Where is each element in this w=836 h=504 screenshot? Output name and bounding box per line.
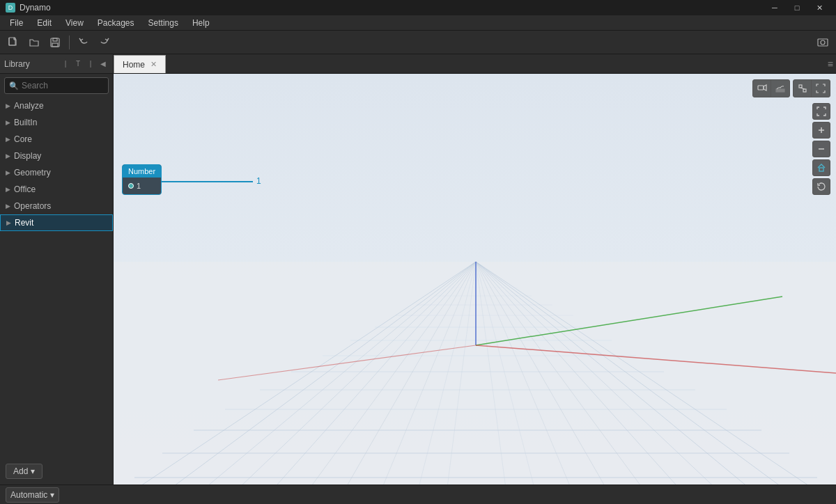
viewport[interactable]: Number 1 1 xyxy=(114,74,836,485)
sidebar-item-label: Operators xyxy=(14,201,51,211)
tab-home[interactable]: Home ✕ xyxy=(114,55,166,73)
new-button[interactable] xyxy=(4,33,22,52)
menubar: File Edit View Packages Settings Help xyxy=(0,15,836,31)
app-title: Dynamo xyxy=(20,3,51,13)
add-label: Add xyxy=(13,466,28,476)
arrow-icon: ▶ xyxy=(6,169,10,176)
arrow-icon: ▶ xyxy=(6,186,10,193)
tab-label: Home xyxy=(123,60,145,70)
camera-3d-button[interactable] xyxy=(753,80,771,97)
svg-rect-62 xyxy=(819,168,823,171)
zoom-out-button[interactable] xyxy=(812,141,830,157)
lib-ctrl-2[interactable]: T xyxy=(72,58,84,70)
sidebar-item-builtin[interactable]: ▶ BuiltIn xyxy=(0,114,113,131)
node-output-port: 1 xyxy=(128,180,155,191)
menu-packages[interactable]: Packages xyxy=(91,15,141,31)
open-button[interactable] xyxy=(25,33,43,52)
close-button[interactable]: ✕ xyxy=(808,0,830,15)
sidebar-item-office[interactable]: ▶ Office xyxy=(0,181,113,198)
grid-floor xyxy=(114,262,836,485)
zoom-in-button[interactable] xyxy=(812,122,830,139)
run-mode-select[interactable]: Automatic ▾ xyxy=(6,487,59,503)
sidebar-item-analyze[interactable]: ▶ Analyze xyxy=(0,97,113,114)
tab-close-icon[interactable]: ✕ xyxy=(150,60,157,69)
svg-rect-57 xyxy=(803,89,806,92)
fit-button[interactable] xyxy=(812,80,830,97)
svg-rect-0 xyxy=(9,38,15,45)
library-header: Library | T | ◀ xyxy=(0,54,113,74)
save-button[interactable] xyxy=(46,33,64,52)
statusbar: Automatic ▾ xyxy=(0,485,836,504)
svg-rect-53 xyxy=(758,86,764,90)
svg-rect-55 xyxy=(776,89,784,92)
menu-help[interactable]: Help xyxy=(185,15,217,31)
titlebar-controls[interactable]: ─ □ ✕ xyxy=(764,0,830,15)
redo-button[interactable] xyxy=(95,33,114,52)
titlebar: D Dynamo ─ □ ✕ xyxy=(0,0,836,15)
arrow-icon: ▶ xyxy=(6,136,10,143)
library-controls: | T | ◀ xyxy=(60,58,109,70)
sidebar-item-label: Office xyxy=(14,184,36,194)
view-mode-group xyxy=(752,79,790,97)
output-port-dot xyxy=(128,183,134,189)
lib-ctrl-1[interactable]: | xyxy=(60,58,71,70)
add-button-area: Add ▾ xyxy=(0,458,113,485)
sidebar-item-operators[interactable]: ▶ Operators xyxy=(0,198,113,214)
frame-button[interactable] xyxy=(794,80,812,97)
sidebar-item-revit[interactable]: ▶ Revit xyxy=(0,214,113,231)
background-button[interactable] xyxy=(771,80,789,97)
grid-canvas xyxy=(114,74,836,485)
svg-rect-56 xyxy=(799,85,802,88)
tab-menu-icon[interactable]: ≡ xyxy=(828,58,833,70)
menu-settings[interactable]: Settings xyxy=(141,15,185,31)
viewport-top-controls xyxy=(752,79,830,97)
sidebar-item-core[interactable]: ▶ Core xyxy=(0,131,113,148)
arrow-icon: ▶ xyxy=(6,219,11,226)
node-value: 1 xyxy=(137,182,141,190)
sidebar-item-label: Core xyxy=(14,134,32,144)
library-title: Library xyxy=(4,59,30,69)
minimize-button[interactable]: ─ xyxy=(764,0,786,15)
svg-marker-54 xyxy=(764,85,766,90)
home-view-button[interactable] xyxy=(812,159,830,176)
maximize-button[interactable]: □ xyxy=(786,0,808,15)
lib-ctrl-3[interactable]: | xyxy=(85,58,96,70)
sidebar-item-label: Revit xyxy=(15,218,33,228)
screenshot-button[interactable] xyxy=(814,33,832,52)
search-input[interactable] xyxy=(22,81,104,90)
sidebar-item-label: Analyze xyxy=(14,101,44,111)
frame-group xyxy=(793,79,830,97)
library-list: ▶ Analyze ▶ BuiltIn ▶ Core ▶ Display ▶ G… xyxy=(0,97,113,458)
node-body: 1 xyxy=(123,178,161,194)
search-icon: 🔍 xyxy=(9,81,19,90)
toolbar-divider xyxy=(69,36,70,49)
arrow-icon: ▶ xyxy=(6,119,10,126)
node-title: Number xyxy=(128,167,155,175)
node-number[interactable]: Number 1 xyxy=(122,164,162,195)
sidebar-item-label: Geometry xyxy=(14,168,51,178)
sidebar-item-geometry[interactable]: ▶ Geometry xyxy=(0,164,113,181)
sidebar-item-label: BuiltIn xyxy=(14,118,37,127)
fullscreen-button[interactable] xyxy=(812,103,830,120)
sidebar-item-display[interactable]: ▶ Display xyxy=(0,148,113,164)
sidebar-item-label: Display xyxy=(14,151,41,161)
menu-edit[interactable]: Edit xyxy=(30,15,59,31)
titlebar-left: D Dynamo xyxy=(6,3,51,13)
tab-bar: Home ✕ ≡ xyxy=(114,54,836,74)
menu-view[interactable]: View xyxy=(59,15,91,31)
svg-rect-4 xyxy=(53,38,57,41)
arrow-icon: ▶ xyxy=(6,203,10,210)
lib-ctrl-4[interactable]: ◀ xyxy=(98,58,109,70)
reset-button[interactable] xyxy=(812,178,830,195)
arrow-icon: ▶ xyxy=(6,102,10,109)
viewport-right-controls xyxy=(812,103,830,195)
menu-file[interactable]: File xyxy=(3,15,30,31)
run-mode-arrow-icon: ▾ xyxy=(50,490,54,500)
node-header: Number xyxy=(123,165,161,178)
toolbar xyxy=(0,31,836,54)
svg-rect-5 xyxy=(52,43,58,47)
undo-button[interactable] xyxy=(75,33,93,52)
add-button[interactable]: Add ▾ xyxy=(6,464,42,479)
search-box[interactable]: 🔍 xyxy=(4,77,109,94)
run-mode-label: Automatic xyxy=(10,490,47,500)
